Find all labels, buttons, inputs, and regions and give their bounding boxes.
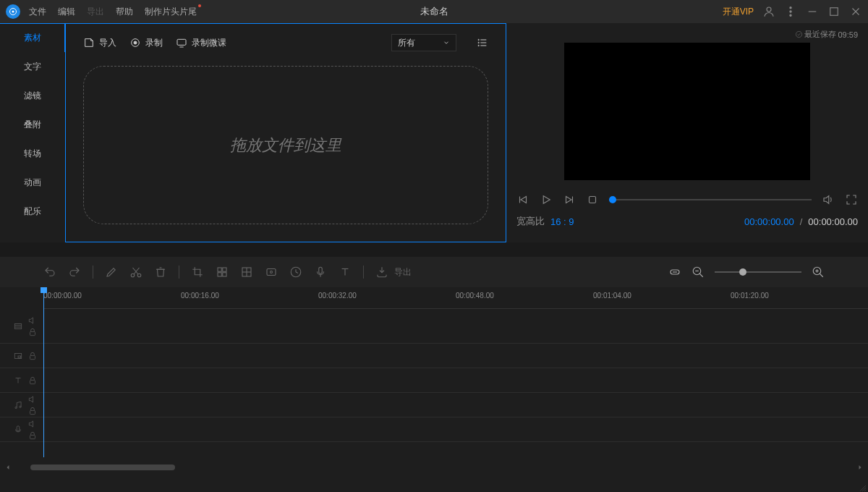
- media-dropzone[interactable]: 拖放文件到这里: [83, 66, 488, 224]
- voice-icon[interactable]: [314, 266, 327, 279]
- seek-handle[interactable]: [609, 196, 616, 203]
- redo-icon[interactable]: [68, 266, 81, 279]
- scroll-right-icon[interactable]: [856, 464, 864, 471]
- svg-rect-57: [14, 323, 21, 328]
- sidebar-tab-animation[interactable]: 动画: [0, 168, 65, 197]
- sidebar-tab-music[interactable]: 配乐: [0, 197, 65, 226]
- svg-point-11: [134, 41, 137, 44]
- timeline-scrollbar[interactable]: [0, 462, 868, 472]
- sidebar-tab-filter[interactable]: 滤镜: [0, 81, 65, 110]
- sidebar-tab-transition[interactable]: 转场: [0, 139, 65, 168]
- chevron-down-icon: [443, 39, 450, 46]
- zoom-handle[interactable]: [739, 268, 746, 276]
- account-icon[interactable]: [762, 5, 775, 18]
- fit-icon[interactable]: [668, 266, 681, 279]
- svg-marker-76: [859, 466, 861, 470]
- track-voice[interactable]: [0, 417, 868, 442]
- svg-point-19: [478, 45, 479, 46]
- play-icon[interactable]: [540, 193, 553, 206]
- mute-icon[interactable]: [27, 394, 38, 404]
- mute-icon[interactable]: [27, 419, 38, 429]
- export-label[interactable]: 导出: [394, 266, 412, 279]
- menu-credits[interactable]: 制作片头片尾: [145, 6, 197, 18]
- more-icon[interactable]: [784, 5, 797, 18]
- svg-rect-74: [30, 435, 35, 438]
- mute-icon[interactable]: [27, 315, 38, 326]
- text-track-icon: [13, 376, 23, 386]
- svg-line-43: [296, 272, 298, 273]
- svg-marker-24: [566, 197, 572, 203]
- menu-export[interactable]: 导出: [87, 6, 104, 18]
- volume-icon[interactable]: [822, 193, 835, 206]
- mosaic-icon[interactable]: [216, 266, 229, 279]
- sidebar-tab-overlay[interactable]: 叠附: [0, 110, 65, 139]
- undo-icon[interactable]: [43, 266, 56, 279]
- lock-icon[interactable]: [27, 327, 38, 337]
- lock-icon[interactable]: [27, 376, 38, 386]
- playhead[interactable]: [43, 287, 44, 457]
- sidebar-tab-text[interactable]: 文字: [0, 52, 65, 81]
- ruler-tick: 00:00:32.00: [318, 292, 357, 300]
- lock-icon[interactable]: [27, 430, 38, 441]
- export-icon[interactable]: [375, 266, 388, 279]
- record-button[interactable]: 录制: [129, 37, 163, 49]
- text-tool-icon[interactable]: [339, 266, 352, 279]
- zoom-in-icon[interactable]: [812, 266, 825, 279]
- svg-rect-72: [17, 425, 20, 430]
- vip-button[interactable]: 开通VIP: [723, 6, 754, 18]
- seek-bar[interactable]: [609, 199, 812, 200]
- track-video-main[interactable]: [0, 309, 868, 344]
- zoom-out-icon[interactable]: [692, 266, 705, 279]
- timeline-ruler[interactable]: 00:00:00.00 00:00:16.00 00:00:32.00 00:0…: [43, 287, 868, 309]
- pip-track-icon: [13, 351, 23, 361]
- close-icon[interactable]: [849, 5, 862, 18]
- media-filter-select[interactable]: 所有: [391, 34, 456, 51]
- cut-icon[interactable]: [129, 266, 142, 279]
- speed-icon[interactable]: [289, 266, 302, 279]
- edit-icon[interactable]: [105, 266, 118, 279]
- freeze-frame-icon[interactable]: [265, 266, 278, 279]
- menu-file[interactable]: 文件: [29, 6, 46, 18]
- list-view-icon[interactable]: [477, 37, 488, 48]
- preview-video: [564, 43, 810, 180]
- fullscreen-icon[interactable]: [845, 193, 858, 206]
- svg-point-17: [478, 39, 479, 40]
- scrollbar-thumb[interactable]: [30, 465, 175, 470]
- zoom-slider[interactable]: [715, 271, 801, 273]
- lock-icon[interactable]: [27, 351, 38, 361]
- menu-help[interactable]: 帮助: [116, 6, 133, 18]
- svg-line-79: [864, 490, 866, 491]
- import-button[interactable]: 导入: [83, 37, 116, 49]
- svg-rect-44: [319, 267, 323, 273]
- prev-frame-icon[interactable]: [516, 193, 529, 206]
- crop-icon[interactable]: [191, 266, 204, 279]
- next-frame-icon[interactable]: [563, 193, 576, 206]
- stop-icon[interactable]: [586, 193, 599, 206]
- sidebar-tab-material[interactable]: 素材: [0, 23, 65, 52]
- svg-line-31: [133, 268, 139, 274]
- record-lesson-icon: [176, 37, 187, 48]
- svg-rect-32: [218, 268, 221, 271]
- record-lesson-button[interactable]: 录制微课: [176, 37, 226, 49]
- scroll-left-icon[interactable]: [4, 464, 12, 471]
- time-duration: 00:00:00.00: [808, 216, 858, 227]
- titlebar: 文件 编辑 导出 帮助 制作片头片尾 未命名 开通VIP: [0, 0, 868, 23]
- document-title: 未命名: [420, 5, 448, 18]
- track-video-pip[interactable]: [0, 344, 868, 368]
- maximize-icon[interactable]: [827, 5, 841, 18]
- svg-rect-39: [267, 269, 276, 276]
- time-separator: /: [800, 216, 803, 227]
- svg-point-69: [20, 406, 21, 407]
- record-label: 录制: [145, 37, 163, 49]
- delete-icon[interactable]: [154, 266, 167, 279]
- svg-marker-60: [29, 317, 33, 323]
- grid-icon[interactable]: [240, 266, 253, 279]
- edit-toolbar: 导出: [0, 257, 868, 287]
- minimize-icon[interactable]: [806, 5, 819, 18]
- track-audio[interactable]: [0, 393, 868, 417]
- aspect-ratio-value[interactable]: 16 : 9: [550, 216, 574, 227]
- menu-edit[interactable]: 编辑: [58, 6, 75, 18]
- track-text[interactable]: [0, 368, 868, 393]
- lock-icon[interactable]: [27, 406, 38, 416]
- resize-grip[interactable]: [858, 482, 867, 491]
